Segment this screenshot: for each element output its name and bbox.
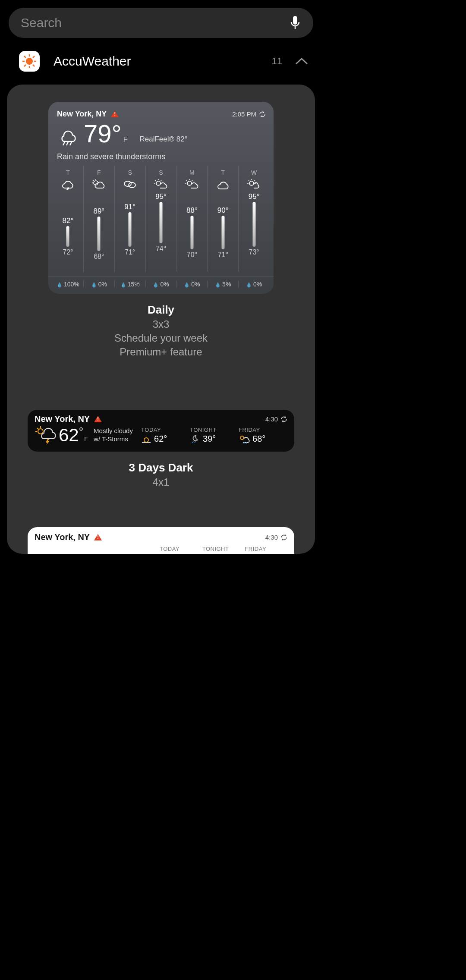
app-name: AccuWeather bbox=[54, 54, 272, 69]
hi-temp: 88° bbox=[176, 206, 207, 215]
svg-line-28 bbox=[186, 180, 187, 181]
day-col: M88°70° bbox=[176, 166, 207, 272]
daily-widget-preview[interactable]: New York, NY 2:05 PM 79° F RealFeel® 82°… bbox=[48, 102, 274, 294]
tstorm-icon bbox=[35, 425, 59, 445]
svg-line-11 bbox=[63, 142, 65, 145]
temp-bar bbox=[66, 226, 69, 247]
mic-icon[interactable] bbox=[289, 15, 301, 31]
widget2-label: 3 Days Dark 4x1 bbox=[28, 461, 294, 488]
day-col: W95°73° bbox=[238, 166, 269, 272]
svg-line-13 bbox=[70, 142, 72, 145]
update-time: 4:30 bbox=[265, 534, 278, 541]
svg-line-35 bbox=[254, 180, 255, 181]
svg-line-43 bbox=[195, 441, 195, 443]
svg-point-36 bbox=[38, 429, 43, 434]
svg-line-24 bbox=[161, 180, 161, 181]
hi-temp: 90° bbox=[208, 206, 238, 215]
widget-sub1: Schedule your week bbox=[28, 332, 294, 344]
accuweather-app-icon[interactable] bbox=[19, 51, 40, 72]
precip-cell: 💧0% bbox=[238, 281, 269, 288]
hi-temp: 89° bbox=[84, 207, 114, 216]
alert-icon bbox=[94, 534, 102, 540]
svg-point-30 bbox=[249, 181, 254, 185]
sunset-icon bbox=[141, 435, 151, 443]
svg-line-39 bbox=[37, 428, 38, 429]
lo-temp: 68° bbox=[84, 253, 114, 261]
day-col: S95°74° bbox=[145, 166, 176, 272]
search-placeholder: Search bbox=[21, 16, 289, 30]
drop-icon: 💧 bbox=[246, 282, 252, 287]
temp-bar bbox=[160, 202, 163, 243]
weather-icon bbox=[123, 179, 137, 190]
drop-icon: 💧 bbox=[215, 282, 221, 287]
svg-rect-0 bbox=[293, 16, 297, 25]
location: New York, NY bbox=[35, 532, 90, 542]
weather-icon bbox=[247, 179, 261, 190]
three-days-dark-widget-preview[interactable]: New York, NY 4:30 62° F Mostly cloudy w/… bbox=[28, 410, 294, 452]
svg-point-2 bbox=[26, 58, 33, 65]
svg-point-18 bbox=[124, 181, 131, 186]
day-col: S91°71° bbox=[114, 166, 145, 272]
drop-icon: 💧 bbox=[153, 282, 159, 287]
weather-icon bbox=[216, 179, 230, 190]
temp-unit: F bbox=[84, 436, 88, 442]
slot-label: TONIGHT bbox=[202, 546, 245, 552]
widget-title: 3 Days Dark bbox=[28, 461, 294, 474]
sun-rain-icon bbox=[239, 434, 250, 444]
svg-line-12 bbox=[66, 142, 68, 145]
widget-count: 11 bbox=[272, 56, 282, 67]
day-label: T bbox=[221, 169, 225, 176]
precip-cell: 💧15% bbox=[114, 281, 145, 288]
app-header: AccuWeather 11 bbox=[0, 38, 322, 78]
widget-picker-board: New York, NY 2:05 PM 79° F RealFeel® 82°… bbox=[7, 85, 315, 554]
drop-icon: 💧 bbox=[57, 282, 63, 287]
widget-sub2: Premium+ feature bbox=[28, 346, 294, 358]
temp-bar bbox=[221, 216, 224, 249]
temp-bar bbox=[252, 202, 255, 247]
weather-desc: Rain and severe thunderstorms bbox=[48, 146, 274, 166]
forecast-row: T82°72°F89°68°S91°71°S95°74°M88°70°T90°7… bbox=[48, 166, 274, 272]
svg-line-8 bbox=[33, 65, 35, 66]
weather-icon bbox=[60, 179, 75, 190]
refresh-icon bbox=[280, 416, 287, 423]
day-col: T90°71° bbox=[207, 166, 238, 272]
temp-bar bbox=[129, 212, 132, 247]
precip-cell: 💧0% bbox=[176, 281, 207, 288]
svg-line-7 bbox=[24, 56, 26, 58]
slot-friday: FRIDAY 68° bbox=[239, 427, 287, 444]
alert-icon bbox=[111, 111, 119, 117]
slot-label: FRIDAY bbox=[245, 546, 287, 552]
lo-temp: 72° bbox=[53, 248, 83, 256]
day-label: T bbox=[66, 169, 70, 176]
svg-line-23 bbox=[155, 180, 156, 181]
drop-icon: 💧 bbox=[184, 282, 190, 287]
update-time: 4:30 bbox=[265, 415, 278, 423]
night-rain-icon bbox=[190, 434, 200, 444]
svg-line-17 bbox=[93, 180, 94, 181]
search-bar[interactable]: Search bbox=[9, 8, 313, 38]
weather-icon bbox=[91, 179, 106, 190]
svg-point-25 bbox=[187, 181, 192, 185]
alert-icon bbox=[94, 416, 102, 422]
lo-temp: 70° bbox=[176, 251, 207, 259]
hi-temp: 95° bbox=[239, 192, 269, 201]
day-label: M bbox=[189, 169, 195, 176]
precip-cell: 💧0% bbox=[145, 281, 176, 288]
day-label: W bbox=[251, 169, 257, 176]
hi-temp: 91° bbox=[115, 203, 145, 211]
widget-size: 4x1 bbox=[28, 476, 294, 488]
day-col: T82°72° bbox=[53, 166, 83, 272]
precip-cell: 💧5% bbox=[207, 281, 238, 288]
weather-desc: Mostly cloudy w/ T-Storms bbox=[94, 427, 141, 443]
three-days-light-widget-preview[interactable]: New York, NY 4:30 TODAY TONIGHT FRIDAY bbox=[28, 527, 294, 554]
temp-bar bbox=[98, 217, 101, 251]
day-label: F bbox=[97, 169, 101, 176]
slot-today: TODAY 62° bbox=[141, 427, 190, 444]
current-temp: 62° bbox=[59, 425, 83, 446]
chevron-up-icon[interactable] bbox=[294, 57, 309, 66]
lo-temp: 73° bbox=[239, 248, 269, 256]
svg-line-10 bbox=[24, 65, 26, 66]
temp-unit: F bbox=[123, 136, 128, 144]
precip-cell: 💧100% bbox=[53, 281, 83, 288]
lo-temp: 71° bbox=[208, 251, 238, 259]
